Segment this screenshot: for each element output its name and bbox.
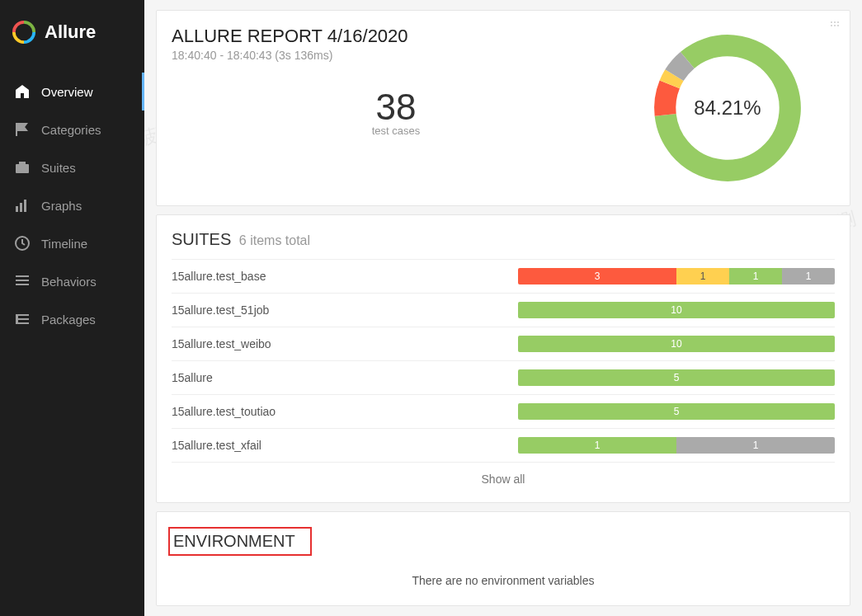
svg-point-18 xyxy=(837,25,839,26)
nav-item-overview[interactable]: Overview xyxy=(0,73,144,111)
svg-point-13 xyxy=(831,21,832,23)
suite-row[interactable]: 15allure.test_weibo10 xyxy=(172,327,835,360)
nav-item-label: Packages xyxy=(41,313,96,327)
test-cases-stat: 38 test cases xyxy=(172,87,620,137)
summary-left: ALLURE REPORT 4/16/2020 18:40:40 - 18:40… xyxy=(172,26,620,190)
environment-empty: There are no environment variables xyxy=(172,567,835,590)
suite-row[interactable]: 15allure.test_xfail11 xyxy=(172,428,835,462)
list-icon xyxy=(15,274,30,289)
suite-row[interactable]: 15allure.test_toutiao5 xyxy=(172,394,835,428)
svg-rect-7 xyxy=(16,280,29,281)
pass-rate-donut: 84.21% xyxy=(645,26,810,190)
suite-bar: 10 xyxy=(518,302,835,318)
suite-name: 15allure.test_xfail xyxy=(172,439,518,452)
environment-title: ENVIRONMENT xyxy=(173,532,295,550)
suite-name: 15allure.test_51job xyxy=(172,303,518,317)
suite-name: 15allure xyxy=(172,371,518,384)
logo-row: Allure xyxy=(0,0,144,64)
summary-card: ALLURE REPORT 4/16/2020 18:40:40 - 18:40… xyxy=(156,10,850,206)
nav: OverviewCategoriesSuitesGraphsTimelineBe… xyxy=(0,64,144,338)
svg-rect-3 xyxy=(20,203,22,212)
suites-subtitle: 6 items total xyxy=(239,233,310,247)
suite-segment-red: 3 xyxy=(518,268,676,284)
nav-item-label: Timeline xyxy=(41,237,87,251)
nav-item-timeline[interactable]: Timeline xyxy=(0,224,144,262)
suite-bar: 11 xyxy=(518,437,835,454)
suite-segment-green: 10 xyxy=(518,302,835,318)
app-name: Allure xyxy=(45,21,96,43)
environment-title-box: ENVIRONMENT xyxy=(168,527,312,556)
svg-point-14 xyxy=(834,21,836,23)
nav-item-packages[interactable]: Packages xyxy=(0,300,144,338)
suite-segment-green: 5 xyxy=(518,403,835,420)
suite-name: 15allure.test_toutiao xyxy=(172,405,518,418)
suite-segment-yellow: 1 xyxy=(676,268,729,284)
suites-title: SUITES 6 items total xyxy=(172,230,835,249)
svg-rect-1 xyxy=(19,162,26,164)
svg-rect-6 xyxy=(16,275,29,277)
sidebar: Allure OverviewCategoriesSuitesGraphsTim… xyxy=(0,0,144,616)
suite-segment-gray: 1 xyxy=(676,437,835,454)
layers-icon xyxy=(15,312,30,327)
flag-icon xyxy=(15,122,30,137)
svg-rect-12 xyxy=(16,314,18,324)
suite-bar: 10 xyxy=(518,336,835,352)
clock-icon xyxy=(15,236,30,251)
svg-rect-4 xyxy=(24,200,26,212)
svg-rect-2 xyxy=(16,206,18,212)
nav-item-label: Categories xyxy=(41,123,101,137)
suite-bar: 5 xyxy=(518,369,835,386)
allure-logo-icon xyxy=(12,20,36,45)
briefcase-icon xyxy=(15,160,30,175)
nav-item-suites[interactable]: Suites xyxy=(0,148,144,186)
suite-segment-green: 1 xyxy=(518,437,676,454)
nav-item-graphs[interactable]: Graphs xyxy=(0,186,144,224)
show-all-link[interactable]: Show all xyxy=(172,462,835,487)
suites-title-text: SUITES xyxy=(172,230,231,248)
nav-item-label: Behaviors xyxy=(41,275,97,289)
suite-segment-green: 10 xyxy=(518,336,835,352)
summary-right: 84.21% xyxy=(620,26,835,190)
suite-segment-green: 1 xyxy=(729,268,782,284)
nav-item-categories[interactable]: Categories xyxy=(0,111,144,148)
main: 小菠萝测试笔记 小菠萝测试笔记 小菠萝测试笔记 小菠萝测试笔记 小菠萝测试笔记 … xyxy=(144,0,862,616)
test-cases-label: test cases xyxy=(172,125,620,137)
report-time: 18:40:40 - 18:40:43 (3s 136ms) xyxy=(172,49,620,62)
home-icon xyxy=(15,84,30,99)
nav-item-label: Suites xyxy=(41,161,76,175)
suite-segment-gray: 1 xyxy=(782,268,835,284)
environment-card: ENVIRONMENT There are no environment var… xyxy=(156,511,850,606)
bars-icon xyxy=(15,198,30,213)
pass-rate-pct: 84.21% xyxy=(694,96,761,120)
suites-card: SUITES 6 items total 15allure.test_base3… xyxy=(156,214,850,503)
svg-point-15 xyxy=(837,21,839,23)
nav-item-label: Overview xyxy=(41,85,93,99)
test-cases-count: 38 xyxy=(172,87,620,128)
suite-row[interactable]: 15allure5 xyxy=(172,360,835,394)
report-title: ALLURE REPORT 4/16/2020 xyxy=(172,26,620,47)
suite-name: 15allure.test_base xyxy=(172,270,518,283)
suite-bar: 3111 xyxy=(518,268,835,284)
suite-row[interactable]: 15allure.test_51job10 xyxy=(172,293,835,327)
nav-item-behaviors[interactable]: Behaviors xyxy=(0,262,144,300)
nav-item-label: Graphs xyxy=(41,199,82,213)
svg-rect-0 xyxy=(16,164,29,173)
suite-row[interactable]: 15allure.test_base3111 xyxy=(172,259,835,293)
suite-bar: 5 xyxy=(518,403,835,420)
suite-name: 15allure.test_weibo xyxy=(172,337,518,350)
svg-rect-8 xyxy=(16,284,29,285)
suite-segment-green: 5 xyxy=(518,369,835,386)
suite-list: 15allure.test_base311115allure.test_51jo… xyxy=(172,259,835,462)
